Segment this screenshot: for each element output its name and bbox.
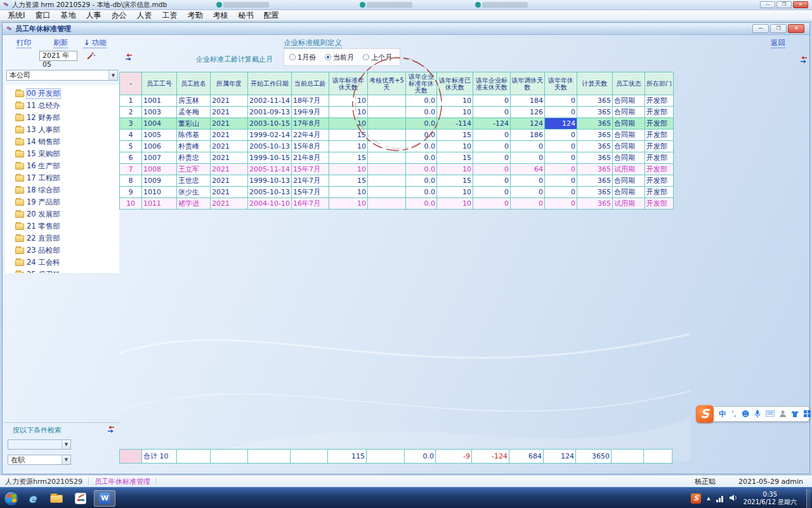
cell[interactable]: 0.0 — [405, 187, 436, 198]
cell[interactable]: 0 — [510, 141, 544, 152]
cell[interactable]: 1001 — [142, 95, 177, 107]
cell[interactable]: 0 — [473, 141, 510, 152]
cell[interactable]: 10 — [436, 107, 473, 118]
menu-人资[interactable]: 人资 — [132, 10, 157, 22]
cell[interactable]: 陈伟基 — [177, 130, 211, 141]
column-header-该年企业标准未休天数[interactable]: 该年企业标准未休天数 — [473, 72, 510, 95]
cell[interactable]: 开发部 — [645, 152, 673, 164]
cell[interactable]: 15 — [329, 130, 367, 141]
cell[interactable]: 2003-10-15 — [248, 118, 292, 130]
app-maximize-button[interactable]: ❐ — [776, 1, 792, 8]
column-header--[interactable]: - — [120, 72, 142, 95]
cell[interactable]: 186 — [510, 130, 544, 141]
cell[interactable]: 朴贵峰 — [177, 141, 211, 152]
cell[interactable]: 0 — [473, 130, 510, 141]
cell[interactable]: 0.0 — [405, 152, 436, 164]
cell[interactable]: 1003 — [142, 107, 177, 118]
cell[interactable]: 2021 — [211, 95, 248, 107]
cell[interactable]: 0.0 — [405, 164, 436, 175]
cell[interactable]: 1 — [120, 95, 142, 107]
keyboard-icon[interactable] — [766, 410, 775, 418]
cell[interactable]: 5 — [120, 141, 142, 152]
taskbar-editor-icon[interactable] — [70, 490, 91, 507]
radio-上个月[interactable]: 上个月 — [363, 53, 392, 62]
column-header-该年企业标准年休天数[interactable]: 该年企业标准年休天数 — [405, 72, 436, 95]
cell[interactable]: 124 — [510, 118, 544, 130]
cell[interactable]: 10 — [329, 141, 367, 152]
cell[interactable]: 0 — [544, 198, 577, 210]
cell[interactable]: 2001-09-13 — [248, 107, 292, 118]
cell[interactable]: 10 — [329, 107, 367, 118]
skin-icon[interactable] — [791, 410, 799, 418]
cell[interactable]: 合同期 — [612, 107, 645, 118]
back-button[interactable]: 返回 — [771, 38, 785, 48]
cell[interactable]: 21年7月 — [291, 175, 329, 187]
column-header-当前总工龄[interactable]: 当前总工龄 — [291, 72, 329, 95]
cell[interactable]: 6 — [120, 152, 142, 164]
cell[interactable]: 22年4月 — [291, 130, 329, 141]
cell[interactable]: 1011 — [142, 198, 177, 210]
column-header-员工姓名[interactable]: 员工姓名 — [177, 72, 211, 95]
tree-item-18 综合部[interactable]: 18 综合部 — [9, 184, 119, 196]
tree-item-24 工会科[interactable]: 24 工会科 — [9, 257, 119, 269]
network-icon[interactable] — [716, 495, 723, 502]
status-module-name[interactable]: 员工年休标准管理 — [95, 477, 150, 486]
tree-item-16 生产部[interactable]: 16 生产部 — [9, 160, 119, 172]
cell[interactable]: 1004 — [142, 118, 177, 130]
tree-item-15 采购部[interactable]: 15 采购部 — [9, 148, 119, 160]
column-header-该年标准年休天数[interactable]: 该年标准年休天数 — [329, 72, 367, 95]
cell[interactable]: 184 — [510, 95, 544, 107]
cell[interactable]: 1999-10-13 — [248, 175, 292, 187]
cell[interactable]: 1999-02-14 — [248, 130, 292, 141]
cell[interactable]: 2021 — [211, 107, 248, 118]
cell[interactable]: 1999-10-15 — [248, 152, 292, 164]
cell[interactable]: 2021 — [211, 187, 248, 198]
cell[interactable]: 0 — [544, 130, 577, 141]
cell[interactable]: 10 — [436, 187, 473, 198]
cell[interactable]: 1005 — [142, 130, 177, 141]
cell[interactable]: 0.0 — [405, 95, 436, 107]
cell[interactable]: 7 — [120, 164, 142, 175]
company-combo[interactable]: 本公司▼ — [6, 70, 118, 81]
cell[interactable]: 朴贵忠 — [177, 152, 211, 164]
taskbar-folder-icon[interactable] — [46, 490, 67, 507]
tree-item-22 直营部[interactable]: 22 直营部 — [9, 232, 119, 244]
layout-swap-icon[interactable] — [799, 56, 808, 65]
cell[interactable]: 10 — [329, 187, 367, 198]
column-header-开始工作日期[interactable]: 开始工作日期 — [248, 72, 292, 95]
cell[interactable]: 开发部 — [645, 198, 673, 210]
cell[interactable]: 3 — [120, 118, 142, 130]
cell[interactable] — [367, 118, 405, 130]
cell[interactable]: 董彩山 — [177, 118, 211, 130]
cell[interactable] — [367, 175, 405, 187]
cell[interactable]: 0.0 — [405, 107, 436, 118]
cell[interactable]: 365 — [577, 187, 612, 198]
chinese-mode-icon[interactable]: 中 — [719, 410, 726, 418]
tree-item-14 销售部[interactable]: 14 销售部 — [9, 136, 119, 148]
cell[interactable]: 2005-11-14 — [248, 164, 292, 175]
cell[interactable]: 365 — [577, 152, 612, 164]
cell[interactable]: 1007 — [142, 152, 177, 164]
cell[interactable]: 2021 — [211, 130, 248, 141]
cell[interactable]: 0 — [473, 164, 510, 175]
cell[interactable]: 2004-10-10 — [248, 198, 292, 210]
refresh-button[interactable]: 刷新 — [53, 38, 68, 48]
radio-1月份[interactable]: 1月份 — [289, 53, 316, 62]
cell[interactable]: 15年8月 — [291, 141, 329, 152]
column-header-所属年度[interactable]: 所属年度 — [211, 72, 248, 95]
cell[interactable]: 2021 — [211, 141, 248, 152]
cell[interactable]: 0 — [544, 107, 577, 118]
menu-秘书[interactable]: 秘书 — [233, 10, 259, 22]
cell[interactable]: 19年9月 — [291, 107, 329, 118]
cell[interactable]: 365 — [577, 164, 612, 175]
cell[interactable]: 1008 — [142, 164, 177, 175]
cell[interactable]: 0 — [544, 152, 577, 164]
cell[interactable]: 365 — [577, 130, 612, 141]
cell[interactable]: 0.0 — [405, 118, 436, 130]
module-minimize-button[interactable]: — — [752, 24, 769, 33]
cell[interactable]: 2021 — [211, 118, 248, 130]
cell[interactable]: 10 — [436, 198, 473, 210]
tree-item-11 总经办[interactable]: 11 总经办 — [9, 100, 119, 112]
app-close-button[interactable]: ✕ — [793, 1, 808, 8]
search-field-combo[interactable]: 在职▼ — [8, 455, 71, 465]
